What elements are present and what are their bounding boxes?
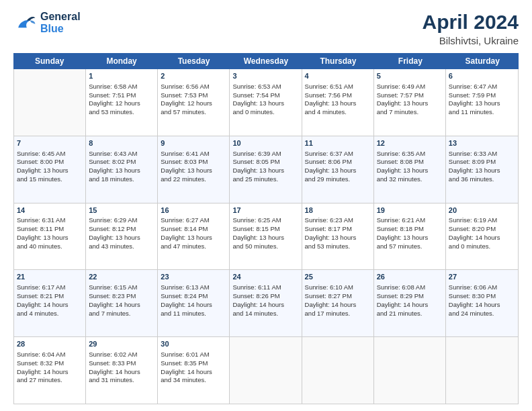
calendar-cell-2-5: 11Sunrise: 6:37 AMSunset: 8:06 PMDayligh… [302, 136, 374, 203]
daylight-hours-label: Daylight: 13 hours [305, 167, 371, 175]
daylight-hours-label: Daylight: 14 hours [161, 301, 226, 310]
daylight-hours-label: Daylight: 14 hours [89, 368, 154, 377]
sunrise-text: Sunrise: 6:43 AM [89, 150, 154, 158]
day-number: 27 [449, 272, 515, 282]
calendar: Sunday Monday Tuesday Wednesday Thursday… [13, 53, 519, 404]
sunset-text: Sunset: 8:23 PM [89, 292, 154, 301]
calendar-cell-3-6: 19Sunrise: 6:21 AMSunset: 8:18 PMDayligh… [374, 203, 446, 270]
daylight-hours-label: Daylight: 13 hours [232, 99, 298, 108]
daylight-hours-minutes: and 18 minutes. [89, 175, 154, 184]
calendar-cell-1-5: 4Sunrise: 6:51 AMSunset: 7:56 PMDaylight… [302, 69, 374, 136]
day-number: 24 [232, 272, 298, 282]
daylight-hours-label: Daylight: 13 hours [305, 99, 371, 108]
logo: General Blue [13, 11, 81, 35]
sunrise-text: Sunrise: 6:11 AM [232, 283, 298, 292]
sunset-text: Sunset: 8:12 PM [89, 225, 154, 234]
sunset-text: Sunset: 8:17 PM [305, 225, 371, 234]
day-number: 28 [17, 339, 83, 349]
sunset-text: Sunset: 8:26 PM [232, 292, 298, 301]
logo-bird-icon [13, 11, 38, 35]
calendar-cell-2-6: 12Sunrise: 6:35 AMSunset: 8:08 PMDayligh… [374, 136, 446, 203]
day-header-monday: Monday [85, 53, 157, 69]
daylight-hours-label: Daylight: 14 hours [17, 368, 83, 377]
calendar-row-5: 28Sunrise: 6:04 AMSunset: 8:32 PMDayligh… [14, 337, 518, 404]
daylight-hours-minutes: and 14 minutes. [232, 310, 298, 318]
daylight-hours-minutes: and 17 minutes. [305, 310, 371, 318]
calendar-cell-5-1: 28Sunrise: 6:04 AMSunset: 8:32 PMDayligh… [14, 337, 86, 404]
sunrise-text: Sunrise: 6:37 AM [305, 150, 371, 158]
calendar-cell-3-7: 20Sunrise: 6:19 AMSunset: 8:20 PMDayligh… [446, 203, 518, 270]
sunset-text: Sunset: 8:03 PM [161, 158, 226, 167]
daylight-hours-minutes: and 57 minutes. [161, 108, 226, 117]
day-header-thursday: Thursday [302, 53, 374, 69]
daylight-hours-minutes: and 0 minutes. [449, 242, 515, 251]
daylight-hours-minutes: and 15 minutes. [17, 175, 83, 184]
day-number: 21 [17, 272, 83, 282]
daylight-hours-label: Daylight: 13 hours [377, 99, 443, 108]
day-number: 1 [89, 71, 154, 81]
daylight-hours-minutes: and 7 minutes. [89, 310, 154, 318]
calendar-cell-4-2: 22Sunrise: 6:15 AMSunset: 8:23 PMDayligh… [86, 270, 158, 336]
daylight-hours-label: Daylight: 13 hours [232, 167, 298, 175]
daylight-hours-label: Daylight: 13 hours [89, 167, 154, 175]
sunrise-text: Sunrise: 6:10 AM [305, 283, 371, 292]
sunrise-text: Sunrise: 6:27 AM [161, 216, 226, 225]
sunrise-text: Sunrise: 6:08 AM [377, 283, 443, 292]
day-header-wednesday: Wednesday [230, 53, 302, 69]
calendar-cell-4-5: 25Sunrise: 6:10 AMSunset: 8:27 PMDayligh… [302, 270, 374, 336]
calendar-cell-4-7: 27Sunrise: 6:06 AMSunset: 8:30 PMDayligh… [446, 270, 518, 336]
sunset-text: Sunset: 8:02 PM [89, 158, 154, 167]
daylight-hours-minutes: and 43 minutes. [89, 242, 154, 251]
sunrise-text: Sunrise: 6:58 AM [89, 83, 154, 91]
daylight-hours-minutes: and 40 minutes. [17, 242, 83, 251]
daylight-hours-label: Daylight: 13 hours [449, 99, 515, 108]
calendar-cell-2-7: 13Sunrise: 6:33 AMSunset: 8:09 PMDayligh… [446, 136, 518, 203]
header: General Blue April 2024 Bilshivtsi, Ukra… [13, 11, 519, 46]
daylight-hours-minutes: and 53 minutes. [89, 108, 154, 117]
daylight-hours-label: Daylight: 13 hours [377, 167, 443, 175]
daylight-hours-minutes: and 34 minutes. [161, 376, 226, 385]
sunset-text: Sunset: 8:00 PM [17, 158, 83, 167]
calendar-cell-4-1: 21Sunrise: 6:17 AMSunset: 8:21 PMDayligh… [14, 270, 86, 336]
daylight-hours-label: Daylight: 13 hours [305, 234, 371, 242]
daylight-hours-label: Daylight: 13 hours [17, 167, 83, 175]
day-number: 11 [305, 138, 371, 148]
daylight-hours-minutes: and 11 minutes. [161, 310, 226, 318]
daylight-hours-minutes: and 4 minutes. [305, 108, 371, 117]
sunrise-text: Sunrise: 6:33 AM [449, 150, 515, 158]
day-number: 13 [449, 138, 515, 148]
sunrise-text: Sunrise: 6:47 AM [449, 83, 515, 91]
calendar-cell-3-4: 17Sunrise: 6:25 AMSunset: 8:15 PMDayligh… [230, 203, 302, 270]
daylight-hours-minutes: and 7 minutes. [377, 108, 443, 117]
daylight-hours-label: Daylight: 12 hours [161, 99, 226, 108]
page: General Blue April 2024 Bilshivtsi, Ukra… [0, 0, 532, 411]
calendar-row-2: 7Sunrise: 6:45 AMSunset: 8:00 PMDaylight… [14, 136, 518, 203]
calendar-cell-3-5: 18Sunrise: 6:23 AMSunset: 8:17 PMDayligh… [302, 203, 374, 270]
day-number: 3 [232, 71, 298, 81]
daylight-hours-label: Daylight: 13 hours [232, 234, 298, 242]
sunset-text: Sunset: 8:32 PM [17, 359, 83, 368]
sunrise-text: Sunrise: 6:35 AM [377, 150, 443, 158]
day-number: 6 [449, 71, 515, 81]
daylight-hours-label: Daylight: 14 hours [377, 301, 443, 310]
calendar-cell-4-6: 26Sunrise: 6:08 AMSunset: 8:29 PMDayligh… [374, 270, 446, 336]
day-header-friday: Friday [374, 53, 446, 69]
sunset-text: Sunset: 8:35 PM [161, 359, 226, 368]
sunrise-text: Sunrise: 6:23 AM [305, 216, 371, 225]
day-number: 5 [377, 71, 443, 81]
calendar-body: 1Sunrise: 6:58 AMSunset: 7:51 PMDaylight… [13, 69, 519, 404]
daylight-hours-label: Daylight: 14 hours [305, 301, 371, 310]
sunrise-text: Sunrise: 6:15 AM [89, 283, 154, 292]
sunrise-text: Sunrise: 6:56 AM [161, 83, 226, 91]
sunset-text: Sunset: 8:14 PM [161, 225, 226, 234]
daylight-hours-label: Daylight: 13 hours [17, 234, 83, 242]
calendar-cell-1-4: 3Sunrise: 6:53 AMSunset: 7:54 PMDaylight… [230, 69, 302, 136]
sunrise-text: Sunrise: 6:45 AM [17, 150, 83, 158]
calendar-cell-3-2: 15Sunrise: 6:29 AMSunset: 8:12 PMDayligh… [86, 203, 158, 270]
day-number: 18 [305, 205, 371, 216]
daylight-hours-minutes: and 25 minutes. [232, 175, 298, 184]
day-number: 7 [17, 138, 83, 148]
calendar-cell-2-1: 7Sunrise: 6:45 AMSunset: 8:00 PMDaylight… [14, 136, 86, 203]
sunset-text: Sunset: 7:59 PM [449, 91, 515, 100]
calendar-cell-1-6: 5Sunrise: 6:49 AMSunset: 7:57 PMDaylight… [374, 69, 446, 136]
